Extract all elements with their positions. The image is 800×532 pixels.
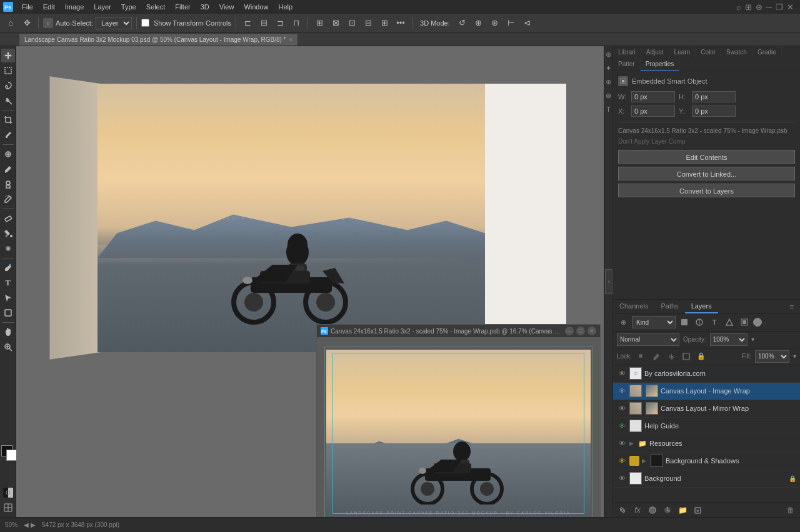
add-adjustment-btn[interactable]: [662, 505, 673, 516]
crop-tool[interactable]: [1, 113, 15, 127]
3d-slide-btn[interactable]: ⊢: [504, 16, 518, 30]
add-layer-style-btn[interactable]: fx: [632, 505, 643, 516]
new-group-btn[interactable]: 📁: [677, 505, 688, 516]
stamp-tool[interactable]: [1, 177, 15, 191]
layer-pixel-filter-btn[interactable]: [678, 316, 691, 328]
tab-learn[interactable]: Learn: [669, 46, 696, 58]
layers-tab[interactable]: Layers: [685, 300, 718, 313]
second-window-minimize[interactable]: ─: [565, 327, 574, 335]
menu-layer[interactable]: Layer: [89, 2, 116, 12]
pen-tool[interactable]: [1, 261, 15, 275]
tab-color[interactable]: Color: [696, 46, 721, 58]
opacity-arrow-btn[interactable]: ▾: [751, 336, 754, 343]
select-rect-tool[interactable]: [1, 64, 15, 77]
layer-eye-3[interactable]: 👁: [617, 403, 627, 413]
search-icon[interactable]: ⌕: [736, 2, 741, 12]
more-options-btn[interactable]: •••: [394, 16, 408, 30]
layer-adjustment-filter-btn[interactable]: [693, 316, 706, 328]
x-input[interactable]: [631, 106, 675, 117]
align-left-btn[interactable]: ⊏: [241, 16, 254, 30]
strip-btn-4[interactable]: ⊗: [603, 90, 613, 101]
3d-orbit-btn[interactable]: ↺: [456, 16, 469, 30]
layout-icon[interactable]: ⊞: [745, 2, 752, 12]
convert-to-layers-btn[interactable]: Convert to Layers: [618, 184, 795, 197]
3d-roll-btn[interactable]: ⊕: [472, 16, 486, 30]
menu-filter[interactable]: Filter: [171, 2, 194, 12]
distribute-bottom-btn[interactable]: ⊞: [378, 16, 391, 30]
layer-item-help-guide[interactable]: 👁 Help Guide: [613, 418, 800, 435]
menu-edit[interactable]: Edit: [39, 2, 59, 12]
show-transform-checkbox[interactable]: [141, 19, 149, 27]
layer-eye-5[interactable]: 👁: [617, 438, 627, 448]
align-right-btn[interactable]: ⊐: [273, 16, 287, 30]
distribute-left-btn[interactable]: ⊞: [312, 16, 326, 30]
blend-mode-select[interactable]: Normal: [617, 333, 679, 346]
minimize-icon[interactable]: ─: [766, 2, 772, 12]
menu-select[interactable]: Select: [142, 2, 170, 12]
second-window[interactable]: Ps Canvas 24x16x1.5 Ratio 3x2 - scaled 7…: [316, 324, 601, 517]
move-tool[interactable]: [1, 49, 15, 62]
link-layers-btn[interactable]: [617, 505, 628, 516]
opacity-select[interactable]: 100%: [710, 333, 748, 346]
home-btn[interactable]: ⌂: [4, 16, 18, 30]
eraser-tool[interactable]: [1, 212, 15, 225]
history-brush-tool[interactable]: [1, 192, 15, 206]
zoom-tool[interactable]: [1, 340, 15, 354]
align-top-btn[interactable]: ⊓: [289, 16, 303, 30]
second-window-close[interactable]: ✕: [588, 327, 596, 335]
layer-item-bg-shadows[interactable]: 👁 ▶ Background & Shadows: [613, 453, 800, 470]
layer-item-mirror-wrap[interactable]: 👁 Canvas Layout - Mirror Wrap: [613, 400, 800, 418]
tab-librari[interactable]: Librari: [613, 46, 641, 58]
menu-3d[interactable]: 3D: [196, 2, 214, 12]
status-nav-next[interactable]: ▶: [31, 521, 36, 528]
lock-artboard-btn[interactable]: [681, 351, 692, 362]
layer-type-filter-btn[interactable]: T: [708, 316, 721, 328]
menu-window[interactable]: Window: [239, 2, 272, 12]
layer-shape-filter-btn[interactable]: [723, 316, 736, 328]
shape-tool[interactable]: [1, 306, 15, 320]
layer-eye-6[interactable]: 👁: [617, 456, 627, 466]
layer-item-resources[interactable]: 👁 ▶ 📁 Resources: [613, 435, 800, 453]
menu-image[interactable]: Image: [61, 2, 89, 12]
layer-eye-4[interactable]: 👁: [617, 421, 627, 431]
delete-layer-btn[interactable]: 🗑: [785, 505, 796, 516]
add-mask-btn[interactable]: [647, 505, 658, 516]
distribute-right-btn[interactable]: ⊡: [345, 16, 359, 30]
align-center-h-btn[interactable]: ⊟: [257, 16, 271, 30]
second-window-maximize[interactable]: □: [576, 327, 585, 335]
apply-layer-comp-link[interactable]: Don't Apply Layer Comp: [618, 138, 795, 145]
lock-move-btn[interactable]: [666, 351, 677, 362]
layer-smartobj-filter-btn[interactable]: [738, 316, 751, 328]
lasso-tool[interactable]: [1, 79, 15, 92]
layer-item-carlosviloria[interactable]: 👁 © By carlosviloria.com: [613, 365, 800, 383]
convert-to-linked-btn[interactable]: Convert to Linked...: [618, 167, 795, 180]
3d-scale-btn[interactable]: ⊲: [521, 16, 534, 30]
fill-select[interactable]: 100%: [755, 350, 789, 363]
lock-all-btn[interactable]: 🔒: [696, 351, 707, 362]
tab-adjust[interactable]: Adjust: [641, 46, 669, 58]
layer-panel-menu-btn[interactable]: ≡: [786, 301, 798, 312]
close-icon[interactable]: ✕: [787, 2, 794, 12]
menu-view[interactable]: View: [215, 2, 239, 12]
tab-swatch[interactable]: Swatch: [721, 46, 752, 58]
distribute-center-btn[interactable]: ⊠: [329, 16, 342, 30]
layer-eye-2[interactable]: 👁: [617, 386, 627, 396]
layer-select[interactable]: Layer: [96, 17, 132, 29]
tab-gradie[interactable]: Gradie: [752, 46, 782, 58]
restore-icon[interactable]: ❐: [776, 2, 783, 12]
brush-tool[interactable]: [1, 162, 15, 176]
fill-tool[interactable]: [1, 227, 15, 240]
layer-eye-7[interactable]: 👁: [617, 473, 627, 483]
lock-pixel-btn[interactable]: [636, 351, 647, 362]
menu-help[interactable]: Help: [274, 2, 298, 12]
new-layer-btn[interactable]: [692, 505, 703, 516]
layer-item-image-wrap[interactable]: 👁 Canvas Layout - Image Wrap: [613, 383, 800, 400]
eyedropper-tool[interactable]: [1, 128, 15, 142]
tab-properties[interactable]: Properties: [641, 58, 680, 71]
blur-tool[interactable]: [1, 242, 15, 255]
layer-filter-select[interactable]: Kind: [632, 316, 676, 328]
tab-patter[interactable]: Patter: [613, 58, 641, 71]
edit-contents-btn[interactable]: Edit Contents: [618, 150, 795, 164]
fill-arrow-btn[interactable]: ▾: [793, 353, 796, 360]
y-input[interactable]: [692, 106, 736, 117]
